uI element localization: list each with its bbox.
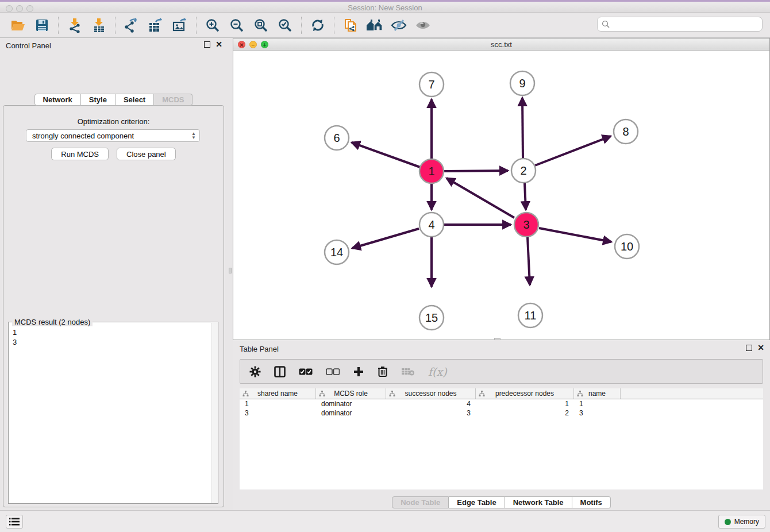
- first-neighbors-icon[interactable]: [366, 17, 383, 33]
- open-folder-icon[interactable]: [9, 17, 26, 33]
- graph-node-7[interactable]: 7: [419, 72, 444, 97]
- graph-edge-1-6[interactable]: [352, 142, 420, 167]
- tree-icon: [389, 391, 395, 397]
- node-table: shared nameMCDS rolesuccessor nodesprede…: [240, 388, 763, 489]
- graph-node-2[interactable]: 2: [511, 159, 536, 183]
- export-network-icon[interactable]: [123, 17, 140, 33]
- graph-node-10[interactable]: 10: [615, 234, 639, 259]
- show-all-icon[interactable]: [414, 17, 432, 33]
- column-header-predecessor-nodes[interactable]: predecessor nodes: [476, 388, 574, 399]
- import-network-icon[interactable]: [66, 17, 83, 33]
- table-cell[interactable]: 3: [574, 409, 621, 417]
- result-scrollbar[interactable]: [211, 323, 218, 503]
- tab-node-table[interactable]: Node Table: [392, 496, 449, 508]
- graph-edge-1-2[interactable]: [444, 171, 508, 171]
- export-image-icon[interactable]: [171, 17, 188, 33]
- graph-edge-2-9[interactable]: [522, 98, 523, 158]
- delete-column-icon[interactable]: [378, 364, 388, 379]
- graph-node-6[interactable]: 6: [325, 126, 349, 150]
- svg-text:6: 6: [333, 132, 340, 144]
- table-cell[interactable]: 4: [386, 400, 476, 408]
- table-header-row[interactable]: shared nameMCDS rolesuccessor nodesprede…: [240, 388, 763, 399]
- table-cell[interactable]: 1: [476, 400, 574, 408]
- tab-network[interactable]: Network: [34, 94, 81, 106]
- table-cell[interactable]: dominator: [316, 400, 386, 408]
- graph-edge-4-14[interactable]: [352, 229, 419, 248]
- list-item[interactable]: 3: [13, 337, 211, 347]
- graph-edge-3-1[interactable]: [446, 178, 514, 218]
- select-all-icon[interactable]: [299, 364, 313, 379]
- network-canvas[interactable]: 7968124314101511: [233, 51, 769, 340]
- graph-node-1[interactable]: 1: [419, 159, 444, 183]
- graph-node-8[interactable]: 8: [614, 119, 638, 144]
- close-panel-icon[interactable]: ✕: [215, 41, 222, 48]
- graph-edge-2-8[interactable]: [535, 136, 611, 165]
- toolbar-separator: [196, 17, 197, 34]
- column-header-MCDS-role[interactable]: MCDS role: [316, 388, 386, 399]
- zoom-out-icon[interactable]: [228, 17, 245, 33]
- zoom-in-icon[interactable]: [204, 17, 221, 33]
- float-panel-icon[interactable]: [204, 41, 210, 48]
- refresh-icon[interactable]: [309, 17, 326, 33]
- tree-icon: [577, 391, 583, 397]
- tab-mcds[interactable]: MCDS: [154, 94, 192, 106]
- column-header-shared-name[interactable]: shared name: [240, 388, 316, 399]
- export-table-icon[interactable]: [147, 17, 164, 33]
- app-window: Session: New Session: [0, 0, 770, 532]
- tab-select[interactable]: Select: [116, 94, 154, 106]
- graph-node-14[interactable]: 14: [325, 240, 349, 264]
- criterion-select[interactable]: strongly connected component ▲▼: [26, 129, 200, 142]
- tab-edge-table[interactable]: Edge Table: [449, 496, 505, 508]
- deselect-all-icon[interactable]: [326, 364, 340, 379]
- list-item[interactable]: 1: [13, 327, 211, 337]
- control-panel-tabs: Network Style Select MCDS: [0, 94, 227, 106]
- zoom-fit-icon[interactable]: [252, 17, 270, 33]
- tab-motifs[interactable]: Motifs: [572, 496, 611, 508]
- float-panel-icon[interactable]: [746, 345, 752, 351]
- graph-node-11[interactable]: 11: [518, 303, 542, 327]
- import-table-icon[interactable]: [90, 17, 107, 33]
- network-view-titlebar[interactable]: ✕ − + scc.txt: [233, 38, 769, 51]
- network-graph[interactable]: 7968124314101511: [233, 51, 769, 340]
- table-cell[interactable]: 3: [386, 409, 476, 417]
- save-icon[interactable]: [33, 17, 51, 33]
- table-cell[interactable]: 1: [574, 400, 621, 408]
- svg-text:14: 14: [330, 246, 343, 259]
- graph-node-4[interactable]: 4: [419, 213, 444, 237]
- graph-node-15[interactable]: 15: [419, 306, 444, 330]
- run-mcds-button[interactable]: Run MCDS: [51, 148, 109, 160]
- select-stepper-icon: ▲▼: [191, 130, 196, 141]
- hide-selected-icon[interactable]: [390, 17, 407, 33]
- table-cell[interactable]: dominator: [316, 409, 386, 417]
- column-header-successor-nodes[interactable]: successor nodes: [386, 388, 476, 399]
- table-cell[interactable]: 1: [240, 400, 316, 408]
- graph-edge-3-10[interactable]: [539, 228, 611, 242]
- memory-button[interactable]: Memory: [718, 515, 765, 529]
- table-row[interactable]: 1dominator411: [240, 399, 763, 408]
- pane-splitter-handle[interactable]: [229, 268, 232, 273]
- task-history-button[interactable]: [6, 515, 23, 529]
- graph-node-9[interactable]: 9: [510, 71, 534, 95]
- gear-icon[interactable]: [249, 364, 261, 379]
- tab-style[interactable]: Style: [81, 94, 116, 106]
- close-panel-button[interactable]: Close panel: [117, 148, 176, 160]
- graph-edge-3-11[interactable]: [528, 237, 530, 285]
- search-input[interactable]: [613, 20, 762, 29]
- graph-node-3[interactable]: 3: [514, 213, 538, 237]
- graph-edge-2-3[interactable]: [525, 183, 526, 210]
- zoom-selected-icon[interactable]: [276, 17, 294, 33]
- add-column-icon[interactable]: [353, 364, 364, 379]
- mcds-result-list: 13: [9, 324, 211, 503]
- table-cell[interactable]: 2: [476, 409, 574, 417]
- column-header-name[interactable]: name: [574, 388, 621, 399]
- tab-network-table[interactable]: Network Table: [505, 496, 572, 508]
- split-panel-icon[interactable]: [274, 364, 286, 379]
- table-panel-title: Table Panel: [240, 345, 279, 353]
- copy-network-icon[interactable]: [342, 17, 359, 33]
- table-cell[interactable]: 3: [240, 409, 316, 417]
- search-field[interactable]: [597, 17, 763, 32]
- main-toolbar: [0, 13, 770, 38]
- table-row[interactable]: 3dominator323: [240, 408, 763, 418]
- close-panel-icon[interactable]: ✕: [757, 345, 764, 351]
- mcds-panel: Optimization criterion: strongly connect…: [3, 105, 224, 507]
